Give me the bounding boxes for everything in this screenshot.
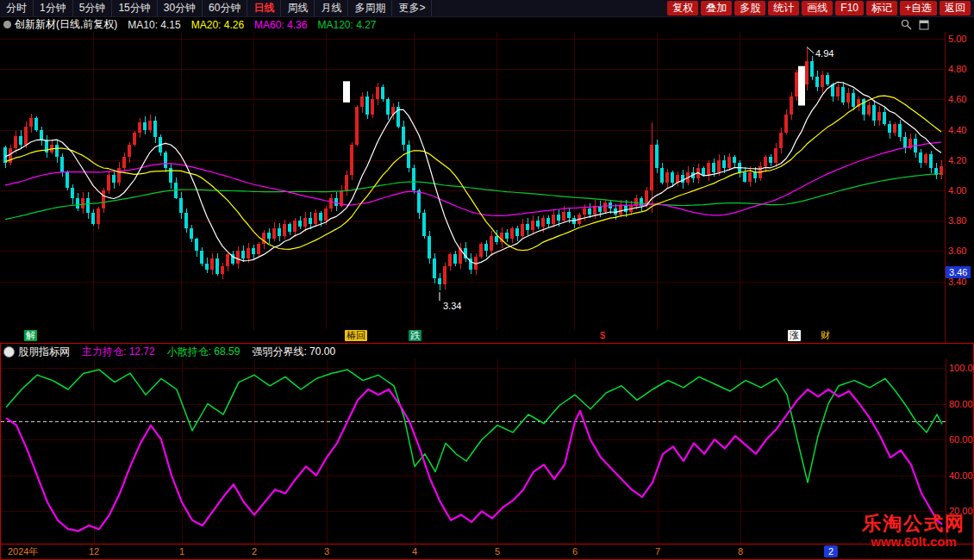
menu-item-7[interactable]: 周线 bbox=[281, 0, 315, 16]
app-root: 分时1分钟5分钟15分钟30分钟60分钟日线周线月线多周期更多> 复权叠加多股统… bbox=[0, 0, 974, 560]
menu-button-3[interactable]: 统计 bbox=[768, 1, 799, 16]
menu-button-0[interactable]: 复权 bbox=[667, 1, 698, 16]
indicator-axis-label: 20.00 bbox=[949, 506, 973, 516]
stock-name[interactable]: 创新新材(日线,前复权) bbox=[15, 17, 117, 32]
candlestick-chart[interactable]: 4.943.34 5.004.804.604.404.204.003.803.6… bbox=[0, 32, 974, 343]
indicator-legend-2: 强弱分界线: 70.00 bbox=[252, 345, 335, 358]
time-axis-label: 8 bbox=[738, 545, 743, 557]
menu-item-3[interactable]: 15分钟 bbox=[112, 0, 157, 16]
white-marker bbox=[343, 81, 350, 103]
menu-item-0[interactable]: 分时 bbox=[0, 0, 34, 16]
price-axis-label: 5.00 bbox=[948, 34, 966, 44]
ma-legend: MA10: 4.15MA20: 4.26MA60: 4.36MA120: 4.2… bbox=[128, 19, 386, 31]
stock-icon bbox=[3, 21, 11, 28]
menu-button-1[interactable]: 叠加 bbox=[701, 1, 732, 16]
menu-button-4[interactable]: 画线 bbox=[802, 1, 833, 16]
menu-button-5[interactable]: F10 bbox=[835, 1, 864, 16]
site-name: 股朋指标网 bbox=[18, 345, 70, 359]
indicator-axis-label: 40.00 bbox=[949, 470, 973, 481]
price-axis-label: 4.60 bbox=[948, 94, 966, 104]
time-axis-label: 2024年 bbox=[8, 545, 38, 557]
indicator-line bbox=[6, 370, 942, 482]
indicator-legend: 主力持仓: 12.72小散持仓: 68.59强弱分界线: 70.00 bbox=[82, 345, 347, 359]
menu-item-1[interactable]: 1分钟 bbox=[34, 0, 73, 16]
menu-item-8[interactable]: 月线 bbox=[315, 0, 348, 16]
current-price-tag: 3.46 bbox=[946, 266, 971, 278]
ma-legend-3: MA120: 4.27 bbox=[317, 19, 376, 31]
time-axis-label: 2 bbox=[252, 545, 257, 557]
price-axis-label: 3.80 bbox=[948, 215, 966, 226]
annotation: 4.94 bbox=[807, 47, 834, 59]
chart-titlebar: 创新新材(日线,前复权) MA10: 4.15MA20: 4.26MA60: 4… bbox=[0, 17, 974, 32]
menubar: 分时1分钟5分钟15分钟30分钟60分钟日线周线月线多周期更多> 复权叠加多股统… bbox=[0, 0, 974, 17]
time-axis-label: 1 bbox=[179, 545, 184, 557]
menu-button-6[interactable]: 标记 bbox=[866, 1, 897, 16]
indicator-pane: 股朋指标网 主力持仓: 12.72小散持仓: 68.59强弱分界线: 70.00… bbox=[0, 343, 974, 560]
ma-legend-1: MA20: 4.26 bbox=[191, 19, 244, 31]
signal-tag-5: 财 bbox=[819, 330, 832, 341]
ma-legend-2: MA60: 4.36 bbox=[254, 19, 307, 31]
menu-item-2[interactable]: 5分钟 bbox=[73, 0, 113, 16]
menu-item-4[interactable]: 30分钟 bbox=[158, 0, 203, 16]
time-axis-label: 3 bbox=[324, 545, 329, 557]
indicator-axis-label: 80.00 bbox=[949, 399, 973, 409]
menubar-left: 分时1分钟5分钟15分钟30分钟60分钟日线周线月线多周期更多> bbox=[0, 0, 432, 16]
site-logo-icon bbox=[3, 346, 15, 358]
white-marker bbox=[798, 66, 805, 106]
svg-text:3.34: 3.34 bbox=[443, 301, 461, 311]
zoom-icon[interactable] bbox=[901, 19, 912, 30]
time-axis-label: 6 bbox=[572, 545, 578, 557]
indicator-svg bbox=[1, 359, 973, 544]
menu-button-8[interactable]: 返回 bbox=[940, 1, 971, 16]
candlestick-svg: 4.943.34 bbox=[0, 32, 974, 343]
price-axis-label: 4.80 bbox=[948, 64, 966, 74]
menu-button-2[interactable]: 多股 bbox=[734, 1, 765, 16]
menubar-right: 复权叠加多股统计画线F10标记+自选返回 bbox=[667, 1, 974, 16]
signal-tag-1: 椿回 bbox=[345, 330, 367, 341]
time-axis-label: 12 bbox=[89, 545, 99, 557]
signal-tag-0: 解 bbox=[24, 330, 37, 341]
time-axis: 2024年12123456782 bbox=[1, 544, 973, 558]
signal-tag-3: $ bbox=[598, 330, 607, 341]
price-axis-label: 3.60 bbox=[948, 246, 966, 256]
indicator-legend-1: 小散持仓: 68.59 bbox=[167, 345, 240, 358]
menu-item-9[interactable]: 多周期 bbox=[348, 0, 392, 16]
price-axis-label: 4.00 bbox=[948, 185, 966, 196]
indicator-axis-label: 60.00 bbox=[949, 434, 973, 445]
titlebar-tools bbox=[901, 19, 974, 30]
menu-item-6[interactable]: 日线 bbox=[247, 0, 281, 16]
signal-tag-4: 涨 bbox=[788, 330, 801, 341]
menu-item-5[interactable]: 60分钟 bbox=[203, 0, 247, 16]
indicator-header: 股朋指标网 主力持仓: 12.72小散持仓: 68.59强弱分界线: 70.00 bbox=[1, 344, 973, 359]
annotation: 3.34 bbox=[440, 292, 461, 311]
menu-item-10[interactable]: 更多> bbox=[392, 0, 432, 16]
menu-button-7[interactable]: +自选 bbox=[900, 1, 937, 16]
indicator-legend-0: 主力持仓: 12.72 bbox=[82, 345, 155, 358]
ma-lines bbox=[5, 82, 941, 264]
svg-text:4.94: 4.94 bbox=[815, 48, 834, 59]
signal-tag-2: 跌 bbox=[409, 330, 421, 341]
time-axis-label: 5 bbox=[495, 545, 500, 557]
time-axis-current: 2 bbox=[824, 545, 838, 557]
time-axis-label: 7 bbox=[655, 545, 660, 557]
time-axis-label: 4 bbox=[412, 545, 417, 557]
maximize-icon[interactable] bbox=[919, 20, 929, 30]
indicator-axis-label: 100.00 bbox=[949, 363, 974, 373]
price-axis-label: 4.20 bbox=[948, 155, 966, 165]
ma-legend-0: MA10: 4.15 bbox=[128, 19, 180, 31]
indicator-chart[interactable]: 100.0080.0060.0040.0020.00 bbox=[1, 359, 973, 544]
price-axis-label: 4.40 bbox=[948, 125, 966, 135]
